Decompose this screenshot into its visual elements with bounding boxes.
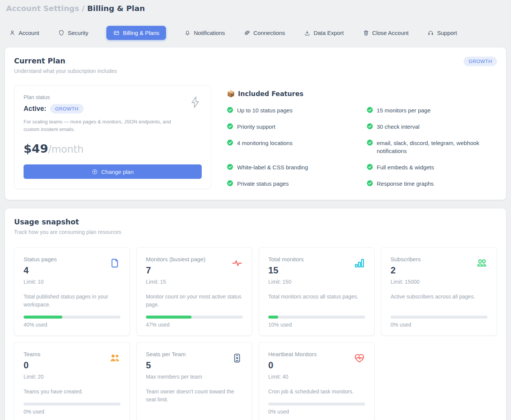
plan-price: $49/month — [24, 142, 202, 155]
stat-limit: Limit: 15 — [146, 279, 243, 285]
tab-label: Close Account — [372, 30, 409, 36]
stat-value: 2 — [391, 265, 487, 276]
features-title: Included Features — [238, 90, 303, 98]
feature-label: 30 check interval — [377, 123, 420, 131]
stat-description: Total monitors across all status pages. — [268, 293, 365, 301]
stat-value: 7 — [146, 265, 243, 276]
tab-label: Notifications — [194, 30, 225, 36]
usage-grid-row1: Status pages 4 Limit: 10 Total published… — [14, 247, 497, 336]
breadcrumb: Account Settings / Billing & Plan — [6, 4, 505, 13]
feature-label: Up to 10 status pages — [237, 106, 293, 115]
feature-item: 15 monitors per page — [367, 106, 497, 115]
check-circle-icon — [367, 180, 373, 186]
feature-item: Response time graphs — [367, 180, 497, 188]
stat-card-monitors-busiest: Monitors (busiest page) 7 Limit: 15 Moni… — [136, 247, 252, 336]
stat-card-total-monitors: Total monitors 15 Limit: 150 Total monit… — [259, 247, 375, 336]
stat-limit: Limit: 40 — [268, 374, 365, 380]
activity-icon — [231, 257, 243, 270]
plan-status-box: Plan status Active: GROWTH For scaling t… — [14, 85, 211, 189]
stat-card-subscribers: Subscribers 2 Limit: 15000 Active subscr… — [381, 247, 497, 336]
included-features: 📦 Included Features Up to 10 status page… — [211, 85, 497, 189]
bell-icon — [184, 30, 191, 36]
usage-title: Usage snapshot — [14, 218, 497, 226]
tab-close-account[interactable]: Close Account — [362, 26, 410, 40]
stat-title: Total monitors — [268, 256, 365, 262]
tab-label: Security — [68, 30, 88, 36]
tab-label: Connections — [253, 30, 285, 36]
plan-description: For scaling teams — more pages & monitor… — [24, 118, 179, 133]
stat-title: Status pages — [24, 256, 120, 262]
tab-billing-plans[interactable]: Billing & Plans — [106, 26, 166, 40]
feature-item: email, slack, discord, telegram, webhook… — [367, 139, 497, 156]
check-circle-icon — [367, 123, 373, 129]
stat-limit: Limit: 10 — [24, 279, 120, 285]
paperclip-icon — [244, 30, 250, 36]
id-badge-icon — [231, 352, 243, 365]
breadcrumb-section[interactable]: Account Settings / — [6, 4, 85, 13]
percent-label: 10% used — [268, 322, 365, 328]
feature-item: Priority support — [227, 123, 358, 131]
headset-icon — [427, 30, 434, 36]
usage-snapshot-card: Usage snapshot Track how you are consumi… — [5, 208, 506, 420]
check-circle-icon — [367, 107, 373, 113]
trash-icon — [363, 30, 369, 36]
percent-label: 47% used — [146, 322, 243, 328]
stat-limit: Limit: 20 — [24, 374, 120, 380]
stat-limit: Limit: 150 — [268, 279, 365, 285]
page-title: Billing & Plan — [87, 4, 145, 13]
stat-description: Teams you have created. — [24, 388, 120, 396]
download-icon — [304, 30, 310, 36]
percent-label: 0% used — [24, 409, 120, 415]
stat-value: 15 — [268, 265, 365, 276]
feature-label: Priority support — [237, 123, 275, 131]
tab-connections[interactable]: Connections — [243, 26, 286, 40]
tab-label: Data Export — [313, 30, 343, 36]
usage-subtitle: Track how you are consuming plan resourc… — [14, 229, 497, 235]
tab-label: Account — [19, 30, 39, 36]
feature-label: Full embeds & widgets — [377, 163, 434, 172]
current-plan-subtitle: Understand what your subscription includ… — [14, 68, 117, 74]
bolt-icon — [190, 96, 201, 110]
tab-data-export[interactable]: Data Export — [303, 26, 344, 40]
file-icon — [109, 257, 120, 270]
tab-security[interactable]: Security — [57, 26, 89, 40]
tab-support[interactable]: Support — [427, 26, 458, 40]
package-icon: 📦 — [227, 90, 235, 98]
feature-label: 15 monitors per page — [377, 106, 431, 115]
feature-item: 30 check interval — [367, 123, 497, 131]
feature-item: Private status pages — [227, 180, 358, 188]
change-plan-button[interactable]: Change plan — [24, 164, 202, 179]
plan-status-value: Active: — [24, 105, 46, 113]
stat-title: Monitors (busiest page) — [146, 256, 243, 262]
check-circle-icon — [227, 164, 233, 170]
feature-item: Up to 10 status pages — [227, 106, 358, 115]
percent-label: 0% used — [391, 322, 487, 328]
progress-bar: 0% used — [24, 396, 120, 415]
settings-tab-bar: Account Security Billing & Plans Notific… — [0, 13, 511, 42]
feature-label: White-label & CSS branding — [237, 163, 308, 172]
tab-account[interactable]: Account — [8, 26, 40, 40]
progress-bar: 0% used — [268, 396, 365, 415]
plan-status-badge: GROWTH — [50, 104, 84, 114]
usage-grid-row2: Teams 0 Limit: 20 Teams you have created… — [14, 342, 497, 420]
empty-grid-cell — [381, 342, 497, 420]
feature-label: Response time graphs — [377, 180, 434, 188]
percent-label: 0% used — [268, 409, 365, 415]
stat-description: Team owner doesn't count toward the seat… — [146, 388, 243, 404]
check-circle-icon — [227, 107, 233, 113]
feature-item: White-label & CSS branding — [227, 163, 358, 172]
bar-chart-icon — [354, 257, 365, 270]
stat-description: Total published status pages in your wor… — [24, 293, 120, 309]
stat-title: Heartbeat Monitors — [268, 351, 365, 357]
check-circle-icon — [367, 164, 373, 170]
shield-icon — [58, 30, 65, 36]
tab-notifications[interactable]: Notifications — [184, 26, 226, 40]
stat-card-seats-per-team: Seats per Team 5 Max members per team Te… — [136, 342, 252, 420]
current-plan-title: Current Plan — [14, 57, 117, 65]
users-outline-icon — [476, 257, 487, 270]
current-plan-heading: Current Plan Understand what your subscr… — [14, 57, 117, 74]
tab-label: Billing & Plans — [123, 30, 159, 36]
plan-status-label: Plan status — [24, 94, 202, 100]
check-circle-icon — [227, 139, 233, 146]
progress-bar: 0% used — [391, 309, 487, 328]
